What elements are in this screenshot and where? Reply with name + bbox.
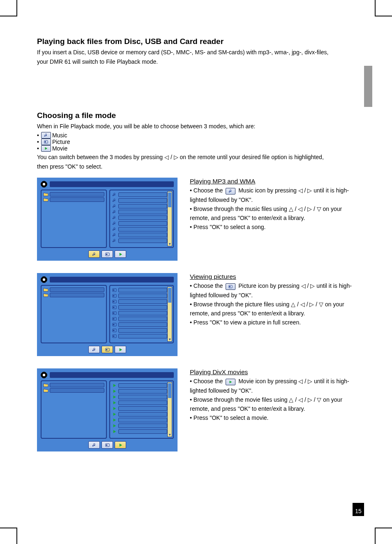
screenshot-movie	[37, 368, 178, 451]
body-text: • Press "OK" to select a song.	[190, 223, 355, 231]
body-text: your DMR 61 will switch to File Playback…	[37, 58, 355, 66]
body-text: You can switch between the 3 modes by pr…	[37, 153, 355, 161]
folder-icon	[43, 197, 48, 202]
body-text: remote, and press "OK" to enter/exit a l…	[190, 214, 355, 222]
tab-music-icon	[88, 250, 100, 258]
movie-icon	[41, 145, 51, 152]
heading-filemode: Choosing a file mode	[37, 111, 355, 120]
body-text: remote, and press "OK" to enter/exit a l…	[190, 405, 355, 412]
crop-mark	[376, 16, 392, 16]
body-text: • Choose the Picture icon by pressing ◁ …	[190, 282, 355, 289]
body-text: If you insert a Disc, USB device or memo…	[37, 49, 355, 56]
movie-icon	[226, 379, 235, 385]
tab-picture-icon	[101, 346, 113, 353]
crop-mark	[376, 528, 392, 528]
svg-point-5	[113, 289, 115, 291]
svg-point-7	[113, 295, 115, 297]
tab-music-icon	[88, 441, 100, 449]
heading-playback: Playing back files from Disc, USB and Ca…	[37, 37, 355, 46]
body-text: remote, and press "OK" to enter/exit a l…	[190, 310, 355, 317]
svg-point-1	[45, 141, 46, 142]
picture-file-icon	[112, 288, 117, 292]
svg-point-25	[229, 286, 231, 287]
mode-list: Music Picture Movie	[37, 132, 355, 152]
music-note-icon	[112, 192, 117, 197]
body-text: lighted followed by "OK".	[190, 292, 355, 299]
svg-point-21	[113, 336, 115, 337]
body-text: lighted followed by "OK".	[190, 387, 355, 394]
body-text: When in File Playback mode, you will be …	[37, 123, 355, 130]
mode-label: Music	[52, 132, 67, 139]
mode-music: Music	[37, 132, 355, 139]
scrollbar	[167, 191, 172, 246]
body-text: • Browse through the music files using △…	[190, 205, 355, 213]
screenshot-picture	[37, 273, 178, 356]
scrollbar	[167, 382, 172, 437]
disc-icon	[41, 181, 47, 188]
subheading-mp3: Playing MP3 and WMA	[190, 178, 355, 185]
crop-mark	[16, 0, 17, 16]
svg-point-11	[113, 307, 115, 308]
mode-picture: Picture	[37, 139, 355, 145]
body-text: lighted followed by "OK".	[190, 196, 355, 204]
mode-label: Picture	[52, 139, 70, 145]
mode-label: Movie	[52, 145, 67, 152]
svg-point-27	[106, 444, 107, 446]
svg-point-17	[113, 324, 115, 326]
music-icon	[41, 132, 51, 139]
body-text: • Choose the Music icon by pressing ◁ / …	[190, 187, 355, 194]
body-text: • Press "OK" to view a picture in full s…	[190, 319, 355, 326]
svg-point-13	[113, 313, 115, 314]
screenshot-music	[37, 178, 178, 261]
crop-mark	[375, 528, 376, 544]
subheading-divx: Playing DivX movies	[190, 368, 355, 376]
crop-mark	[0, 528, 16, 528]
body-text: • Choose the Movie icon by pressing ◁ / …	[190, 377, 355, 385]
svg-point-3	[106, 254, 107, 255]
body-text: then press "OK" to select.	[37, 163, 355, 171]
svg-point-23	[106, 349, 107, 351]
tab-music-icon	[88, 346, 100, 353]
page-number: 15	[353, 503, 364, 516]
disc-icon	[41, 276, 47, 283]
tab-picture-icon	[101, 250, 113, 258]
crop-mark	[375, 0, 376, 16]
picture-icon	[41, 139, 51, 145]
body-text: • Press "OK" to select a movie.	[190, 414, 355, 421]
scrollbar	[167, 287, 172, 342]
svg-point-19	[113, 330, 115, 331]
side-tab	[364, 66, 372, 107]
svg-point-15	[113, 318, 115, 320]
crop-mark	[16, 528, 17, 544]
subheading-pictures: Viewing pictures	[190, 273, 355, 280]
picture-icon	[226, 283, 235, 290]
tab-movie-icon	[115, 346, 126, 353]
tab-movie-icon	[115, 441, 126, 449]
folder-icon	[43, 192, 48, 197]
disc-icon	[41, 372, 47, 378]
body-text: • Browse through the picture files using…	[190, 301, 355, 308]
tab-movie-icon	[115, 250, 126, 258]
svg-point-9	[113, 301, 115, 303]
tab-picture-icon	[101, 441, 113, 449]
movie-file-icon	[112, 383, 117, 388]
body-text: • Browse through the movie files using △…	[190, 396, 355, 403]
mode-movie: Movie	[37, 145, 355, 152]
crop-mark	[0, 16, 16, 16]
music-icon	[226, 188, 235, 194]
